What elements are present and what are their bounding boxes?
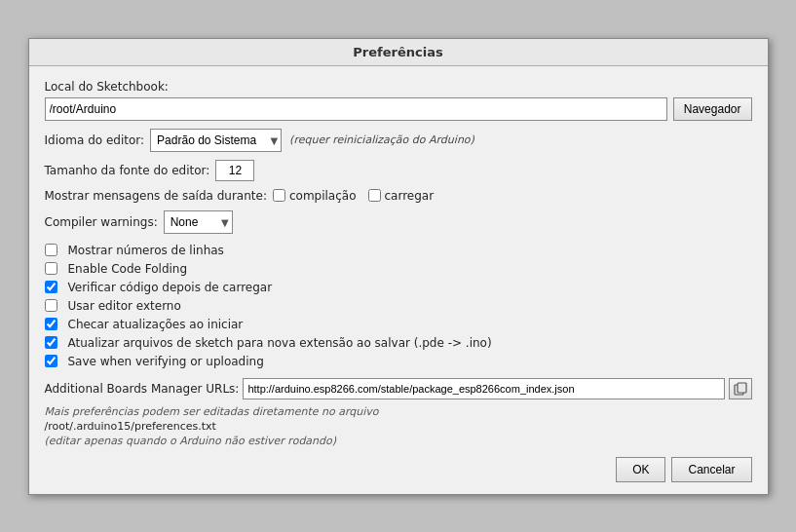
update-sketch-ext-checkbox[interactable] [45,336,57,349]
font-size-input[interactable] [215,160,254,181]
sketchbook-section: Local do Sketchbook: Navegador [45,80,752,121]
boards-url-input[interactable] [243,378,724,399]
boards-manager-label: Additional Boards Manager URLs: [45,382,240,396]
dialog-title: Preferências [29,39,768,66]
more-prefs-section: Mais preferências podem ser editadas dir… [45,405,752,447]
editor-lang-label: Idioma do editor: [45,133,145,147]
ok-button[interactable]: OK [616,457,665,482]
upload-label: carregar [385,189,435,203]
verify-code-checkbox[interactable] [45,281,57,293]
compiler-warnings-row: Compiler warnings: None Default More All… [45,210,752,234]
show-messages-row: Mostrar mensagens de saída durante: comp… [45,189,752,203]
font-size-row: Tamanho da fonte do editor: [45,160,752,181]
editor-lang-select-wrapper: Padrão do Sistema English Português (Bra… [150,129,282,152]
compiler-warnings-select[interactable]: None Default More All [164,210,233,234]
compiler-warnings-select-wrapper: None Default More All ▼ [164,210,233,234]
show-line-numbers-label: Mostrar números de linhas [68,244,224,257]
show-messages-label: Mostrar mensagens de saída durante: [45,189,267,203]
update-sketch-ext-label: Atualizar arquivos de sketch para nova e… [68,336,492,350]
verify-code-label: Verificar código depois de carregar [68,281,273,294]
compilation-checkbox[interactable] [273,189,285,202]
compiler-warnings-label: Compiler warnings: [45,215,158,229]
upload-checkbox[interactable] [368,189,381,202]
sketchbook-label: Local do Sketchbook: [45,80,169,94]
check-updates-checkbox[interactable] [45,318,57,330]
code-folding-checkbox[interactable] [45,262,57,275]
prefs-path: /root/.arduino15/preferences.txt [45,420,752,433]
boards-manager-row: Additional Boards Manager URLs: [45,378,752,399]
restart-note: (requer reinicialização do Arduino) [289,133,474,146]
checkbox-row-code-folding: Enable Code Folding [45,262,752,276]
browse-button[interactable]: Navegador [673,97,752,121]
copy-url-button[interactable] [729,378,752,399]
check-updates-label: Checar atualizações ao iniciar [68,318,244,331]
show-line-numbers-checkbox[interactable] [45,244,57,256]
external-editor-label: Usar editor externo [68,299,181,313]
copy-icon [734,382,747,396]
external-editor-checkbox[interactable] [45,299,57,312]
save-verifying-label: Save when verifying or uploading [68,355,264,368]
preferences-dialog: Preferências Local do Sketchbook: Navega… [28,38,769,495]
sketchbook-input-row: Navegador [45,97,752,121]
checkbox-row-save-verifying: Save when verifying or uploading [45,355,752,368]
checkbox-row-check-updates: Checar atualizações ao iniciar [45,318,752,331]
compilation-label: compilação [289,189,357,203]
checkbox-row-show-line-numbers: Mostrar números de linhas [45,244,752,257]
prefs-note: (editar apenas quando o Arduino não esti… [45,435,752,447]
editor-lang-select[interactable]: Padrão do Sistema English Português (Bra… [150,129,282,152]
cancel-button[interactable]: Cancelar [671,457,751,482]
code-folding-label: Enable Code Folding [68,262,188,276]
checkboxes-section: Mostrar números de linhas Enable Code Fo… [45,244,752,368]
save-verifying-checkbox[interactable] [45,355,57,367]
sketchbook-path-input[interactable] [45,97,667,121]
editor-lang-row: Idioma do editor: Padrão do Sistema Engl… [45,129,752,152]
more-prefs-info: Mais preferências podem ser editadas dir… [45,405,752,418]
font-size-label: Tamanho da fonte do editor: [45,164,210,177]
dialog-body: Local do Sketchbook: Navegador Idioma do… [29,66,768,494]
checkbox-row-external-editor: Usar editor externo [45,299,752,313]
svg-rect-1 [738,383,746,393]
checkbox-row-update-sketch-ext: Atualizar arquivos de sketch para nova e… [45,336,752,350]
dialog-buttons: OK Cancelar [45,457,752,482]
checkbox-row-verify-code: Verificar código depois de carregar [45,281,752,294]
